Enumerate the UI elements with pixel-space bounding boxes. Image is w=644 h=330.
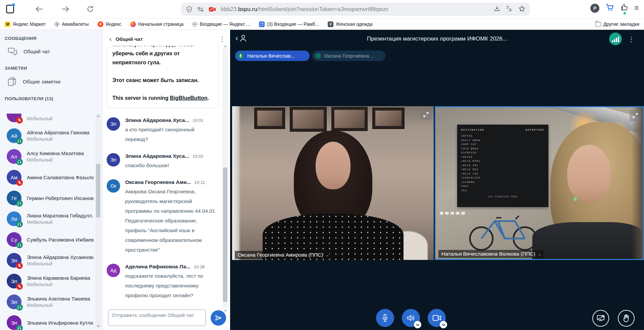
message-text: подскажите пожалуйста, тест по последнем… [125, 271, 219, 300]
message-author: Элина Айдаровна Хуса... [125, 117, 189, 123]
user-name: Элина Айдаровна Хусаинова [27, 254, 94, 260]
notes-icon [7, 77, 17, 87]
camera-blocked-icon[interactable] [209, 7, 216, 12]
user-list-item[interactable]: Ай Айгиза Айратовна Гаянова Мобильный [0, 125, 94, 146]
hand-icon [622, 314, 630, 323]
chat-message-input[interactable] [108, 310, 206, 326]
user-name: Алсу Кимовна Мазитова [27, 150, 84, 156]
video-name-label[interactable]: Наталья Вячеславовна Волкова (ППС)⌄ [438, 250, 544, 258]
bookmark-clothes[interactable]: VЖенская одежда [328, 21, 373, 27]
scroll-up-icon[interactable] [222, 44, 228, 49]
user-list-item[interactable]: Ал Алсу Кимовна Мазитова Мобильный [0, 146, 94, 167]
userlist-scrollbar[interactable] [95, 114, 101, 329]
headset-mic [573, 197, 577, 201]
chat-back-chevron[interactable]: ‹ [109, 35, 112, 43]
bookmark-rambler-mail[interactable]: (3) Входящие — Рамб... [259, 21, 319, 27]
listen-only-badge [16, 158, 23, 165]
sidebar-item-shared-notes[interactable]: Общие заметки [0, 73, 102, 90]
other-bookmarks[interactable]: Другие закладки [595, 21, 639, 27]
conference-area: ‹ Презентация магистерских программ ИФОМ… [230, 30, 644, 330]
chat-message-list[interactable]: левом углу. Пожалуйста, используйте гарн… [103, 46, 221, 309]
bookmark-star-icon[interactable] [519, 5, 525, 13]
user-name: Элина Карамовна Бариева [27, 275, 90, 281]
scroll-down-icon[interactable] [95, 323, 101, 329]
sidebar-item-public-chat[interactable]: Общий чат [0, 44, 102, 60]
talking-mic-icon [237, 52, 244, 59]
webcam-button[interactable] [428, 309, 446, 327]
bookmark-avia[interactable]: Авиабилеты [54, 21, 89, 27]
message-time: 10:26 [194, 264, 205, 269]
url-bar[interactable]: bbb23.bspu.ru/html5client/join?sessionTo… [181, 3, 530, 16]
cafe-menu-board: DESTINATIONDEPARTURE COFFEEDAILY BREWCAM… [457, 125, 548, 207]
user-device-label: Мобильный [27, 136, 90, 142]
record-notice: Этот сеанс может быть записан. [112, 76, 213, 85]
audio-button[interactable] [402, 309, 420, 327]
cart-icon[interactable] [605, 3, 614, 13]
tab-icon[interactable] [6, 5, 14, 13]
scroll-up-icon[interactable] [95, 114, 101, 119]
listen-only-badge [16, 200, 23, 207]
screen: bbb23.bspu.ru/html5client/join?sessionTo… [0, 0, 644, 330]
connection-status-button[interactable] [609, 32, 622, 45]
save-page-icon[interactable] [494, 5, 500, 13]
scrollbar-thumb[interactable] [223, 168, 227, 302]
audio-options-chevron[interactable] [414, 321, 421, 328]
webcam-options-chevron[interactable] [440, 321, 447, 328]
chevron-down-icon: ⌄ [538, 252, 541, 256]
chat-options-icon[interactable]: ⋮ [219, 36, 225, 42]
user-avatar: Су [7, 232, 21, 247]
bigbluebutton-link[interactable]: BigBlueButton [170, 95, 208, 101]
chat-scrollbar[interactable] [222, 49, 228, 308]
translate-icon[interactable]: 文A [506, 5, 513, 13]
video-tile-amirova: Оксана Георгиевна Амирова (ППС)⌄ [232, 106, 434, 260]
bookmark-home[interactable]: Начальная страница [130, 21, 183, 27]
video-name-label[interactable]: Оксана Георгиевна Амирова (ППС)⌄ [235, 251, 332, 259]
chat-welcome-message: левом углу. Пожалуйста, используйте гарн… [107, 46, 219, 108]
message-author: Элина Айдаровна Хуса... [125, 153, 189, 159]
expand-icon [423, 111, 429, 118]
url-text[interactable]: bbb23.bspu.ru/html5client/join?sessionTo… [221, 6, 490, 13]
user-list-item[interactable]: Эл Элина Карамовна Бариева Мобильный [0, 271, 94, 291]
mute-button[interactable] [376, 309, 394, 327]
browser-menu-icon[interactable]: ≡ [634, 4, 639, 12]
user-list-item[interactable]: Су Сумбуль Расимовна Ижбаева [0, 229, 94, 250]
user-list-item[interactable]: Эл Эльвина Азатовна Такиева Мобильный [0, 291, 94, 312]
user-avatar: Ге [7, 191, 21, 205]
restore-presentation-button[interactable] [592, 310, 609, 327]
users-header: ПОЛЬЗОВАТЕЛИ (13) [0, 90, 102, 104]
scrollbar-thumb[interactable] [96, 164, 100, 217]
connection-settings-icon[interactable] [197, 6, 204, 12]
back-button[interactable] [34, 3, 45, 15]
raise-hand-button[interactable] [618, 310, 635, 327]
message-avatar: Эл [107, 153, 120, 167]
reactions-icon[interactable] [620, 3, 628, 13]
user-list-item[interactable]: Ам Амина Салаватовна Фазыло... [0, 167, 94, 188]
talker-badge-active[interactable]: Наталья Вячеслав... [235, 51, 310, 61]
bookmark-yandex-mail[interactable]: Входящие — Яндекс ... [192, 21, 250, 27]
user-list-item[interactable]: Эл Элина Айдаровна Хусаинова Мобильный [0, 250, 94, 271]
user-list-item[interactable]: Мобильный [0, 114, 94, 125]
options-menu-icon[interactable]: ⋮ [628, 35, 635, 43]
site-safety-shield-icon[interactable] [186, 6, 193, 13]
microphone-icon [381, 314, 389, 322]
profile-avatar[interactable]: P [590, 4, 599, 13]
user-name: Лиана Маратовна Гибадулл... [27, 213, 94, 218]
listen-only-badge [16, 304, 23, 311]
bookmark-yandex-market[interactable]: MЯндекс Маркет [5, 21, 46, 27]
user-list-item[interactable]: Ли Лиана Маратовна Гибадулл... Мобильный [0, 208, 94, 229]
user-list[interactable]: Мобильный Ай Айгиза Айратов [0, 114, 94, 330]
send-message-button[interactable] [211, 310, 226, 326]
user-list-item[interactable]: Ге Герман Робертович Ихсанов [0, 188, 94, 208]
user-device-label: Мобильный [27, 219, 94, 225]
bookmark-yandex[interactable]: ЯЯндекс [98, 21, 121, 27]
muted-mic-badge [16, 179, 23, 186]
reload-button[interactable] [85, 3, 96, 15]
mail-icon [259, 21, 265, 27]
talker-badge-inactive[interactable]: Оксана Георгиевна ... [312, 51, 385, 61]
browser-toolbar: bbb23.bspu.ru/html5client/join?sessionTo… [0, 0, 644, 18]
fullscreen-button[interactable] [420, 109, 432, 120]
user-name: Сумбуль Расимовна Ижбаева [27, 237, 94, 243]
forward-button[interactable] [60, 3, 71, 15]
fullscreen-button[interactable] [630, 110, 641, 121]
user-list-item[interactable]: Эл Эльвина Ильфировна Кутли... [0, 312, 94, 330]
